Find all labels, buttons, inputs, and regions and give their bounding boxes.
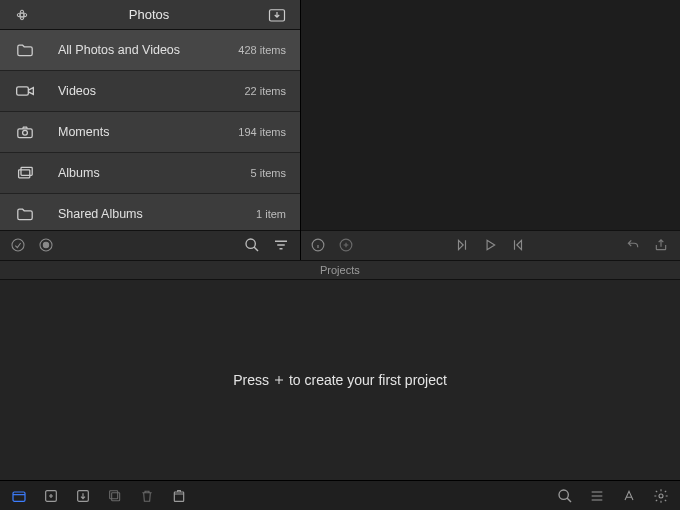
filter-icon[interactable] (272, 237, 290, 255)
projects-header: Projects (0, 260, 680, 280)
import-media-icon[interactable] (74, 487, 92, 505)
sidebar-item-label: Videos (58, 84, 244, 98)
search-icon[interactable] (244, 237, 262, 255)
sidebar-item-albums[interactable]: Albums 5 items (0, 153, 300, 194)
sidebar-item-moments[interactable]: Moments 194 items (0, 112, 300, 153)
bottom-toolbar (0, 480, 680, 510)
camera-icon (14, 123, 36, 141)
folder-icon (14, 41, 36, 59)
sidebar-title: Photos (30, 7, 268, 22)
preview-canvas (301, 0, 680, 230)
list-view-icon[interactable] (588, 487, 606, 505)
projects-header-label: Projects (320, 264, 360, 276)
photos-source-icon[interactable] (14, 7, 30, 23)
sidebar-item-count: 22 items (244, 85, 286, 97)
sidebar-item-count: 1 item (256, 208, 286, 220)
font-icon[interactable] (620, 487, 638, 505)
svg-point-9 (43, 242, 48, 247)
undo-icon[interactable] (626, 238, 642, 254)
svg-point-4 (23, 130, 28, 135)
svg-rect-5 (19, 170, 30, 178)
svg-point-0 (20, 13, 24, 17)
svg-rect-17 (110, 490, 118, 498)
sidebar-item-shared[interactable]: Shared Albums 1 item (0, 194, 300, 230)
svg-point-19 (559, 490, 568, 499)
svg-point-20 (659, 494, 663, 498)
svg-rect-2 (17, 87, 29, 95)
new-project-icon[interactable] (42, 487, 60, 505)
svg-rect-6 (21, 167, 32, 175)
svg-rect-13 (13, 492, 25, 501)
search-projects-icon[interactable] (556, 487, 574, 505)
folder-icon (14, 205, 36, 223)
svg-rect-16 (112, 492, 120, 500)
next-icon[interactable] (511, 238, 527, 254)
prev-icon[interactable] (455, 238, 471, 254)
sidebar-item-label: Albums (58, 166, 251, 180)
sidebar-item-all[interactable]: All Photos and Videos 428 items (0, 30, 300, 71)
preview-pane (300, 0, 680, 260)
sidebar-item-videos[interactable]: Videos 22 items (0, 71, 300, 112)
library-icon[interactable] (10, 487, 28, 505)
share-icon[interactable] (654, 238, 670, 254)
duplicate-icon[interactable] (106, 487, 124, 505)
empty-projects-hint: Press to create your first project (233, 372, 447, 388)
import-icon[interactable] (268, 7, 286, 23)
sidebar-item-count: 194 items (238, 126, 286, 138)
sidebar-list: All Photos and Videos 428 items Videos 2… (0, 30, 300, 230)
photos-sidebar: Photos All Photos and Videos 428 items (0, 0, 300, 260)
settings-icon[interactable] (652, 487, 670, 505)
record-icon[interactable] (38, 237, 56, 255)
sidebar-item-label: Shared Albums (58, 207, 256, 221)
sidebar-item-count: 5 items (251, 167, 286, 179)
plus-icon (273, 374, 285, 386)
sidebar-item-label: Moments (58, 125, 238, 139)
svg-point-7 (12, 239, 24, 251)
video-icon (14, 82, 36, 100)
delete-icon[interactable] (170, 487, 188, 505)
trash-icon[interactable] (138, 487, 156, 505)
albums-icon (14, 164, 36, 182)
sidebar-item-count: 428 items (238, 44, 286, 56)
sidebar-item-label: All Photos and Videos (58, 43, 238, 57)
favorite-toggle-icon[interactable] (10, 237, 28, 255)
svg-point-10 (246, 239, 255, 248)
projects-pane: Press to create your first project (0, 280, 680, 480)
play-icon[interactable] (483, 238, 499, 254)
transport-bar (301, 230, 680, 260)
svg-rect-18 (174, 492, 183, 501)
sidebar-footer (0, 230, 300, 260)
info-icon[interactable] (311, 238, 327, 254)
sidebar-header: Photos (0, 0, 300, 30)
add-marker-icon[interactable] (339, 238, 355, 254)
